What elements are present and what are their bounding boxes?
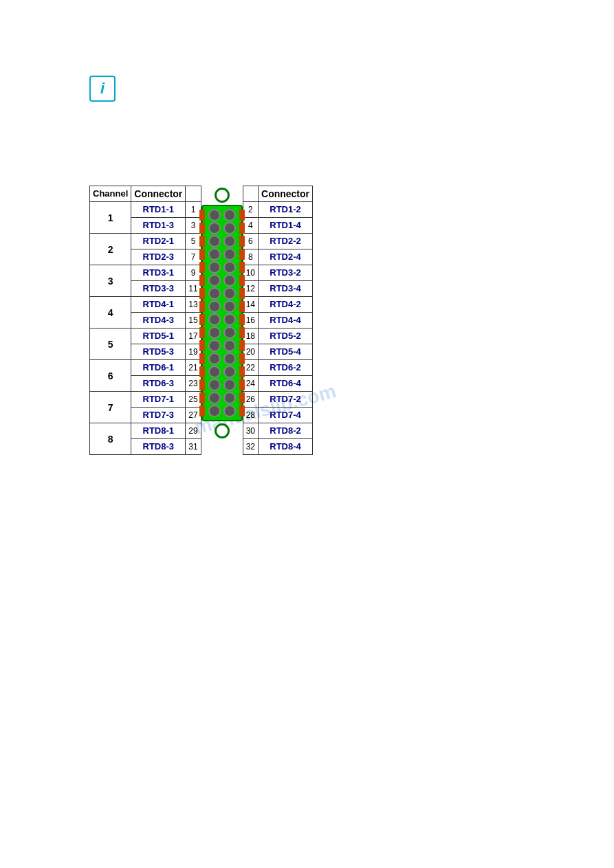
pin-tab-left-11 [199, 353, 205, 364]
pin-circle-right-3 [223, 248, 236, 260]
pin-circle-right-4 [223, 261, 236, 274]
right-rtd-1: RTD1-4 [259, 218, 313, 234]
right-pin-13: 28 [243, 408, 258, 423]
right-pin-15: 32 [243, 439, 258, 455]
right-rtd-8: RTD5-2 [259, 329, 313, 344]
pin-circle-right-7 [223, 300, 236, 313]
pin-tab-right-4 [239, 262, 245, 273]
pin-row-8 [199, 313, 245, 326]
left-rtd-6: RTD4-1 [131, 297, 186, 313]
right-rtd-2: RTD2-2 [259, 234, 313, 249]
right-pin-7: 16 [243, 313, 258, 329]
info-icon: i [89, 76, 116, 102]
pin-row-5 [199, 274, 245, 287]
pin-tab-left-15 [199, 405, 205, 416]
left-rtd-14: RTD8-1 [131, 423, 186, 439]
right-pin-header [243, 186, 258, 202]
right-pin-3: 8 [243, 249, 258, 265]
channel-cell-3: 3 [90, 265, 131, 297]
left-rtd-13: RTD7-3 [131, 408, 186, 423]
pin-tab-left-2 [199, 236, 205, 247]
pin-circle-left-11 [208, 353, 221, 365]
pin-tab-right-14 [239, 392, 245, 403]
pin-tab-left-14 [199, 392, 205, 403]
pin-circle-right-10 [223, 340, 236, 352]
pin-tab-right-11 [239, 353, 245, 364]
pin-tab-right-8 [239, 314, 245, 325]
left-pin-header [186, 186, 201, 202]
pin-circle-right-2 [223, 235, 236, 247]
right-rtd-15: RTD8-4 [259, 439, 313, 455]
right-pin-0: 2 [243, 202, 258, 218]
pin-circle-left-1 [208, 222, 221, 234]
pin-tab-right-13 [239, 379, 245, 390]
channel-cell-2: 2 [90, 234, 131, 265]
right-rtd-0: RTD1-2 [259, 202, 313, 218]
right-pin-6: 14 [243, 297, 258, 313]
right-pin-1: 4 [243, 218, 258, 234]
left-rtd-2: RTD2-1 [131, 234, 186, 249]
channel-cell-7: 7 [90, 392, 131, 423]
pin-row-13 [199, 379, 245, 391]
pin-tab-right-6 [239, 288, 245, 299]
right-table: Connector 2RTD1-24RTD1-46RTD2-28RTD2-410… [243, 186, 313, 455]
right-rtd-13: RTD7-4 [259, 408, 313, 423]
pin-circle-left-15 [208, 405, 221, 417]
right-rtd-11: RTD6-4 [259, 376, 313, 392]
right-rtd-3: RTD2-4 [259, 249, 313, 265]
pin-row-7 [199, 300, 245, 313]
pin-circle-left-0 [208, 209, 221, 221]
pin-circle-right-9 [223, 326, 236, 339]
pin-circle-right-8 [223, 313, 236, 326]
right-rtd-7: RTD4-4 [259, 313, 313, 329]
pin-circle-left-8 [208, 313, 221, 326]
right-rtd-5: RTD3-4 [259, 281, 313, 297]
right-pin-5: 12 [243, 281, 258, 297]
channel-cell-6: 6 [90, 360, 131, 392]
pin-circle-left-10 [208, 340, 221, 352]
pin-row-1 [199, 222, 245, 234]
pin-circle-left-12 [208, 366, 221, 378]
right-rtd-14: RTD8-2 [259, 423, 313, 439]
pin-row-14 [199, 392, 245, 404]
top-mount-hole [215, 188, 230, 203]
pin-circle-left-9 [208, 326, 221, 339]
pin-tab-left-3 [199, 249, 205, 260]
channel-cell-5: 5 [90, 329, 131, 360]
channel-cell-1: 1 [90, 202, 131, 234]
pin-tab-right-10 [239, 340, 245, 351]
left-rtd-15: RTD8-3 [131, 439, 186, 455]
pin-row-4 [199, 261, 245, 274]
pin-tab-right-15 [239, 405, 245, 416]
pin-circle-left-5 [208, 274, 221, 287]
pin-tab-right-5 [239, 275, 245, 286]
pin-row-0 [199, 209, 245, 221]
right-pin-11: 24 [243, 376, 258, 392]
pin-tab-right-0 [239, 210, 245, 221]
right-pin-8: 18 [243, 329, 258, 344]
pin-circle-left-14 [208, 392, 221, 404]
pin-tab-left-7 [199, 301, 205, 312]
pin-row-10 [199, 340, 245, 352]
pin-tab-left-0 [199, 210, 205, 221]
left-rtd-4: RTD3-1 [131, 265, 186, 281]
diagram-container: Channel Connector 1RTD1-11RTD1-332RTD2-1… [89, 186, 313, 455]
pin-tab-right-7 [239, 301, 245, 312]
right-pin-12: 26 [243, 392, 258, 408]
pin-tab-left-5 [199, 275, 205, 286]
left-rtd-3: RTD2-3 [131, 249, 186, 265]
left-rtd-1: RTD1-3 [131, 218, 186, 234]
pin-tab-right-12 [239, 366, 245, 377]
pin-tab-right-2 [239, 236, 245, 247]
pin-tab-right-9 [239, 327, 245, 338]
pin-circle-right-11 [223, 353, 236, 365]
right-pin-9: 20 [243, 344, 258, 360]
connector-visual [201, 186, 243, 441]
info-icon-letter: i [100, 80, 105, 98]
pin-circle-right-6 [223, 287, 236, 300]
right-pin-14: 30 [243, 423, 258, 439]
channel-cell-4: 4 [90, 297, 131, 329]
left-rtd-11: RTD6-3 [131, 376, 186, 392]
pin-circle-left-3 [208, 248, 221, 260]
pin-circle-left-2 [208, 235, 221, 247]
